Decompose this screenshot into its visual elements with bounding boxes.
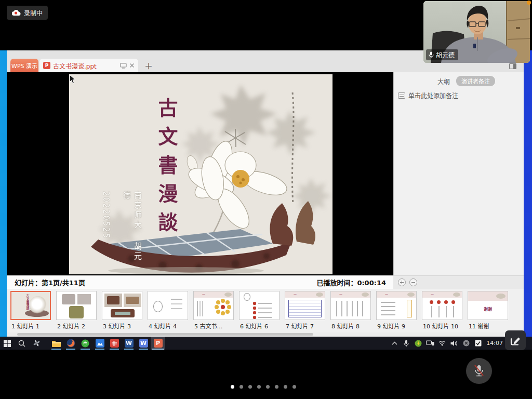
webcam-name-badge: 胡元德 — [426, 49, 458, 60]
notes-panel: 大纲 演讲者备注 单击此处添加备注 — [393, 72, 524, 275]
chevron-up-icon — [392, 341, 397, 345]
mic-icon — [404, 340, 409, 347]
slide-thumbnail-11[interactable]: 谢谢 11 谢谢 — [468, 291, 508, 332]
slide-thumbnail-3[interactable]: 3 幻灯片 3 — [102, 291, 142, 332]
pen-icon — [509, 334, 522, 347]
zoom-in-icon[interactable] — [398, 278, 406, 286]
elapsed-time-text: 已播放时间：0:00:14 — [316, 277, 393, 287]
slide-thumbnail-9[interactable]: 9 幻灯片 9 — [376, 291, 417, 332]
firefox-icon — [66, 339, 75, 348]
word-icon: W — [125, 339, 134, 348]
notes-input-area[interactable]: 单击此处添加备注 — [394, 86, 524, 100]
shield-check-icon — [475, 340, 482, 347]
pinwheel-icon — [33, 339, 41, 347]
present-monitor-icon[interactable] — [120, 63, 127, 69]
tray-chevron-up[interactable] — [390, 337, 399, 350]
wps-app-tab[interactable]: WPS 演示 — [10, 59, 38, 72]
pinwheel-app-button[interactable] — [29, 337, 44, 350]
current-slide[interactable]: 古文書漫談 南京师大 胡元德 20220525 — [69, 74, 332, 274]
cast-device-icon — [426, 340, 434, 346]
taskbar-firefox[interactable] — [63, 337, 78, 350]
taskbar-meeting-app[interactable] — [92, 337, 107, 350]
search-button[interactable] — [15, 337, 29, 350]
tab-speaker-notes[interactable]: 演讲者备注 — [456, 76, 495, 86]
slide-title: 古文書漫談 — [152, 98, 181, 254]
start-button[interactable] — [0, 337, 15, 350]
slide-thumbnail-4[interactable]: 4 幻灯片 4 — [148, 291, 188, 332]
document-tab[interactable]: P 古文书漫谈.ppt — [39, 59, 138, 72]
x-circle-icon — [463, 340, 470, 347]
windows-taskbar: W W P — [0, 337, 532, 350]
taskbar-wps-presentation[interactable]: P — [151, 337, 165, 350]
taskbar-green-browser[interactable] — [78, 337, 92, 350]
mic-icon — [429, 51, 434, 58]
slide-credit: 南京师大 胡元德 — [121, 191, 143, 269]
filmstrip-scrollbar-thumb[interactable] — [17, 333, 313, 336]
panel-toggle-icon[interactable] — [509, 63, 516, 69]
zoom-out-icon[interactable] — [409, 278, 417, 286]
note-icon — [398, 92, 405, 99]
taskbar-wps-writer[interactable]: W — [136, 337, 151, 350]
plus-icon: ＋ — [144, 59, 153, 72]
meeting-app-icon — [96, 339, 104, 348]
page-indicator-dots — [231, 385, 296, 389]
wps-writer-icon: W — [139, 339, 148, 348]
tab-outline[interactable]: 大纲 — [437, 77, 450, 86]
tray-energy-app[interactable] — [414, 337, 423, 350]
cloud-record-icon — [12, 9, 21, 16]
slide-thumbnail-5[interactable]: 5 古文书… — [193, 291, 234, 332]
wps-window: WPS 演示 P 古文书漫谈.ppt ＋ — [7, 50, 524, 337]
recording-badge[interactable]: 录制中 — [7, 6, 48, 20]
notes-placeholder: 单击此处添加备注 — [408, 91, 458, 100]
close-icon[interactable] — [129, 63, 135, 68]
slide-thumbnail-2[interactable]: 2 幻灯片 2 — [56, 291, 97, 332]
notification-dot — [527, 1, 531, 5]
taskbar-red-app[interactable] — [107, 337, 122, 350]
tray-close-circle[interactable] — [461, 337, 471, 350]
wps-app-tab-label: WPS 演示 — [11, 61, 37, 70]
thumb11-mini-text: 谢谢 — [484, 306, 492, 312]
tray-speaker[interactable] — [449, 337, 459, 350]
mic-muted-icon — [473, 364, 485, 378]
filmstrip-scrollbar — [7, 332, 524, 337]
slide-thumbnail-1[interactable]: 古文書漫談 1 幻灯片 1 — [10, 291, 51, 332]
slide-thumbnail-6[interactable]: 6 幻灯片 6 — [239, 291, 280, 332]
document-tab-title: 古文书漫谈.ppt — [53, 61, 117, 70]
tray-wifi[interactable] — [437, 337, 447, 350]
start-icon — [4, 340, 11, 347]
slide-thumbnail-10[interactable]: 10 幻灯片 10 — [422, 291, 462, 332]
wps-presentation-icon: P — [154, 339, 163, 348]
recording-label: 录制中 — [24, 8, 43, 17]
wps-presentation-file-icon: P — [43, 62, 50, 69]
annotation-tool-button[interactable] — [505, 330, 526, 350]
slide-date: 20220525 — [101, 191, 111, 259]
webcam-name: 胡元德 — [436, 50, 455, 59]
new-tab-button[interactable]: ＋ — [143, 60, 154, 71]
slide-thumbnail-8[interactable]: 8 幻灯片 8 — [330, 291, 371, 332]
explorer-icon — [52, 340, 61, 347]
mouse-cursor — [69, 74, 76, 84]
thumb1-mini-title: 古文書漫談 — [26, 294, 30, 310]
search-icon — [18, 340, 25, 347]
presentation-stage: 古文書漫談 南京师大 胡元德 20220525 — [7, 72, 393, 275]
slide-position-text: 幻灯片：第1页/共11页 — [7, 277, 85, 287]
energy-circle-icon — [415, 340, 422, 347]
slide-thumbnail-7[interactable]: 7 幻灯片 7 — [285, 291, 325, 332]
taskbar-clock[interactable]: 14:07 — [485, 340, 503, 347]
mute-microphone-button[interactable] — [466, 358, 492, 384]
speaker-icon — [450, 340, 458, 347]
taskbar-word[interactable]: W — [122, 337, 136, 350]
taskbar-explorer[interactable] — [49, 337, 63, 350]
tray-cast-device[interactable] — [425, 337, 435, 350]
status-bar: 幻灯片：第1页/共11页 已播放时间：0:00:14 — [7, 275, 524, 289]
wifi-icon — [438, 340, 446, 346]
tray-microphone[interactable] — [402, 337, 411, 350]
slide-filmstrip: 古文書漫談 1 幻灯片 1 2 幻灯片 2 3 幻灯片 3 4 幻灯片 4 5 … — [7, 289, 524, 332]
red-app-icon — [110, 339, 119, 348]
webcam-video[interactable]: 胡元德 — [423, 1, 530, 63]
tray-security[interactable] — [473, 337, 483, 350]
green-browser-icon — [81, 339, 89, 348]
